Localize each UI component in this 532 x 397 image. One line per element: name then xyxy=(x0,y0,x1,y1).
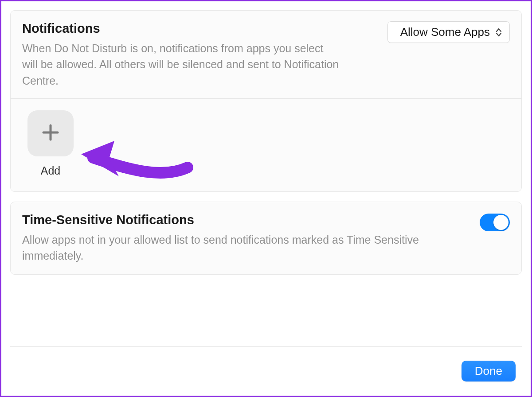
toggle-knob xyxy=(493,215,509,230)
notifications-text-block: Notifications When Do Not Disturb is on,… xyxy=(22,21,341,89)
done-button[interactable]: Done xyxy=(462,361,516,381)
add-app-label: Add xyxy=(41,164,60,177)
notifications-panel: Notifications When Do Not Disturb is on,… xyxy=(10,10,522,192)
time-sensitive-row: Time-Sensitive Notifications Allow apps … xyxy=(22,213,510,264)
panel-divider xyxy=(11,98,521,99)
notifications-description: When Do Not Disturb is on, notifications… xyxy=(22,40,341,89)
time-sensitive-text-block: Time-Sensitive Notifications Allow apps … xyxy=(22,213,466,264)
allow-apps-dropdown-label: Allow Some Apps xyxy=(400,25,490,39)
chevron-updown-icon xyxy=(495,28,502,37)
time-sensitive-panel: Time-Sensitive Notifications Allow apps … xyxy=(10,202,522,275)
add-app-section: Add xyxy=(22,110,75,181)
footer-divider xyxy=(10,346,522,347)
notifications-title: Notifications xyxy=(22,21,341,36)
plus-icon xyxy=(40,122,61,144)
notifications-header: Notifications When Do Not Disturb is on,… xyxy=(22,21,510,89)
time-sensitive-toggle[interactable] xyxy=(480,214,510,231)
allow-apps-dropdown[interactable]: Allow Some Apps xyxy=(387,21,510,43)
time-sensitive-title: Time-Sensitive Notifications xyxy=(22,213,466,227)
time-sensitive-description: Allow apps not in your allowed list to s… xyxy=(22,232,466,264)
add-app-button[interactable] xyxy=(27,110,74,156)
